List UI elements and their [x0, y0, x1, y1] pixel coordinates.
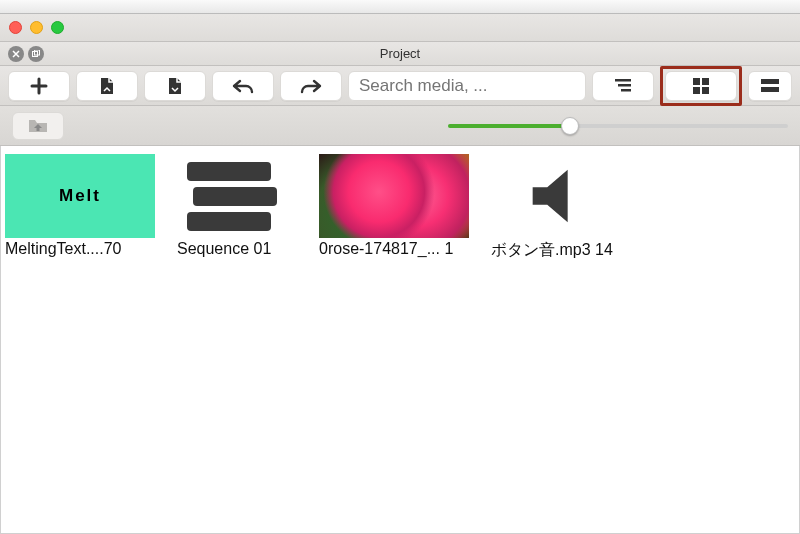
- zoom-slider[interactable]: [448, 116, 788, 136]
- media-browser[interactable]: Melt MeltingText....70 Sequence 01 0rose…: [0, 146, 800, 534]
- thumbnail-title: Melt: [5, 154, 155, 238]
- redo-button[interactable]: [280, 71, 342, 101]
- svg-rect-2: [615, 79, 631, 82]
- undo-button[interactable]: [212, 71, 274, 101]
- sub-toolbar: [0, 106, 800, 146]
- view-tree-button[interactable]: [592, 71, 654, 101]
- window-titlebar: [0, 14, 800, 42]
- toolbar: [0, 66, 800, 106]
- window-maximize-button[interactable]: [51, 21, 64, 34]
- highlighted-view-icon-button: [660, 66, 742, 106]
- panel-popout-icon[interactable]: [28, 46, 44, 62]
- window-close-button[interactable]: [9, 21, 22, 34]
- save-button[interactable]: [144, 71, 206, 101]
- svg-rect-6: [702, 78, 709, 85]
- thumbnail-sequence-icon: [177, 154, 297, 238]
- thumbnail-audio-icon: [491, 154, 621, 238]
- panel-close-icon[interactable]: [8, 46, 24, 62]
- add-button[interactable]: [8, 71, 70, 101]
- svg-rect-9: [761, 79, 779, 84]
- svg-rect-5: [693, 78, 700, 85]
- panel-title: Project: [48, 46, 752, 61]
- open-button[interactable]: [76, 71, 138, 101]
- media-caption: ボタン音.mp3 14: [491, 240, 621, 261]
- media-item[interactable]: ボタン音.mp3 14: [491, 154, 621, 261]
- panel-header: Project: [0, 42, 800, 66]
- media-item[interactable]: 0rose-174817_... 1: [319, 154, 469, 258]
- media-item[interactable]: Melt MeltingText....70: [5, 154, 155, 258]
- thumbnail-image: [319, 154, 469, 238]
- window-minimize-button[interactable]: [30, 21, 43, 34]
- view-list-button[interactable]: [748, 71, 792, 101]
- directory-up-button[interactable]: [12, 112, 64, 140]
- svg-rect-8: [702, 87, 709, 94]
- svg-rect-3: [618, 84, 631, 87]
- media-item[interactable]: Sequence 01: [177, 154, 297, 258]
- svg-rect-7: [693, 87, 700, 94]
- media-caption: 0rose-174817_... 1: [319, 240, 469, 258]
- media-caption: MeltingText....70: [5, 240, 155, 258]
- svg-rect-10: [761, 87, 779, 92]
- view-icon-button[interactable]: [665, 71, 737, 101]
- search-input[interactable]: [348, 71, 586, 101]
- svg-rect-4: [621, 89, 631, 92]
- menu-bar[interactable]: [0, 0, 800, 14]
- media-caption: Sequence 01: [177, 240, 297, 258]
